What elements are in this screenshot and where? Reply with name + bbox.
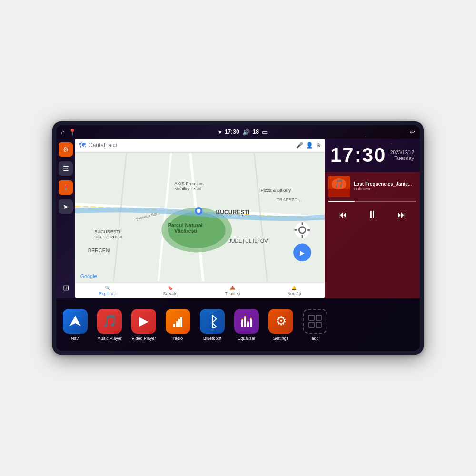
play-pause-icon: ⏸ (367, 208, 377, 220)
status-left: ⌂ 📍 (61, 129, 76, 136)
status-time: 17:30 (225, 129, 239, 135)
radio-icon (166, 309, 190, 334)
svg-text:🎵: 🎵 (334, 179, 344, 188)
app-navi[interactable]: Navi (61, 309, 89, 341)
share-icon: 📤 (230, 286, 235, 290)
music-player-icon: 🎵 (97, 309, 122, 334)
sidebar-grid-button[interactable]: ⊞ (59, 280, 73, 295)
volume-icon: 🔊 (242, 129, 250, 136)
svg-rect-46 (250, 319, 252, 327)
svg-rect-40 (180, 317, 182, 327)
battery-icon: ▭ (262, 129, 268, 136)
map-nav-saved[interactable]: 🔖 Salvate (163, 286, 178, 296)
radio-waves-svg (171, 314, 185, 328)
prev-icon: ⏮ (338, 210, 347, 219)
music-next-button[interactable]: ⏭ (394, 208, 410, 222)
music-progress-bar[interactable] (328, 201, 416, 202)
map-nav-news[interactable]: 🔔 Noutăți (288, 286, 301, 296)
sidebar-files-button[interactable]: ☰ (59, 161, 73, 176)
navi-label: Navi (71, 336, 79, 341)
clock-date: 2023/12/12 Tuesday (390, 150, 414, 161)
bluetooth-label: Bluetooth (203, 336, 221, 341)
app-settings[interactable]: ⚙ Settings (267, 309, 295, 341)
svg-text:►: ► (298, 248, 306, 257)
app-bluetooth[interactable]: Bluetooth (198, 309, 227, 341)
equalizer-label: Equalizer (238, 336, 256, 341)
app-video-player[interactable]: ▶ Video Player (129, 309, 158, 341)
device-screen: ⌂ 📍 ▾ 17:30 🔊 18 ▭ ↩ ⚙ ☰ (56, 125, 420, 351)
right-panel: 17:30 2023/12/12 Tuesday (325, 139, 420, 298)
svg-rect-50 (250, 318, 252, 319)
voice-search-icon[interactable]: 🎤 (296, 142, 303, 149)
map-nav-explore[interactable]: 🔍 Explorați (99, 286, 116, 296)
music-album-art: 🎵 (328, 176, 350, 197)
app-grid: Navi 🎵 Music Player ▶ Video Player (61, 309, 415, 341)
music-player-label: Music Player (97, 336, 122, 341)
account-icon[interactable]: 👤 (306, 142, 313, 149)
svg-text:SECTORUL 4: SECTORUL 4 (94, 234, 122, 239)
clock-date-year: 2023/12/12 (390, 150, 414, 155)
music-progress-fill (328, 201, 355, 202)
app-add[interactable]: add (301, 309, 329, 341)
app-radio[interactable]: radio (164, 309, 192, 341)
svg-rect-47 (241, 319, 243, 320)
sidebar-settings-button[interactable]: ⚙ (59, 142, 73, 157)
add-grid-svg (308, 314, 322, 328)
svg-rect-52 (316, 315, 321, 320)
map-pin-icon: 📍 (62, 184, 70, 191)
music-artist: Unknown (354, 187, 416, 191)
svg-rect-44 (244, 317, 246, 327)
video-player-icon: ▶ (131, 309, 156, 334)
sidebar-maps-button[interactable]: 📍 (59, 180, 73, 195)
svg-text:TRAPEZO...: TRAPEZO... (277, 197, 301, 202)
app-equalizer[interactable]: Equalizer (232, 309, 261, 341)
svg-rect-49 (247, 321, 249, 322)
explore-icon: 🔍 (105, 286, 110, 290)
play-circle-icon: ▶ (139, 314, 149, 328)
home-status-icon[interactable]: ⌂ (61, 129, 65, 136)
news-icon: 🔔 (291, 286, 297, 290)
google-maps-icon: 🗺 (79, 141, 86, 149)
music-play-pause-button[interactable]: ⏸ (363, 207, 381, 223)
svg-text:JUDEȚUL ILFOV: JUDEȚUL ILFOV (228, 238, 268, 244)
svg-text:Mobility - Sud: Mobility - Sud (174, 186, 201, 191)
add-icon (303, 309, 327, 334)
content-panels: 🗺 🎤 👤 ⊕ (75, 139, 420, 298)
music-meta: Lost Frequencies_Janie... Unknown (354, 181, 416, 191)
map-canvas[interactable]: AXIS Premium Mobility - Sud Pizza & Bake… (75, 152, 325, 283)
main-content: ⚙ ☰ 📍 ➤ ⊞ 🗺 (56, 139, 420, 298)
layers-icon[interactable]: ⊕ (316, 142, 321, 149)
music-prev-button[interactable]: ⏮ (335, 208, 351, 222)
svg-text:Parcul Natural: Parcul Natural (168, 222, 203, 228)
equalizer-bars-svg (239, 314, 254, 328)
status-center: ▾ 17:30 🔊 18 ▭ (218, 129, 268, 136)
map-search-input[interactable] (89, 142, 293, 149)
add-label: add (311, 336, 318, 341)
nav-arrow-icon: ➤ (63, 203, 69, 210)
app-music-player[interactable]: 🎵 Music Player (95, 309, 124, 341)
svg-rect-54 (316, 322, 321, 327)
maps-status-icon[interactable]: 📍 (69, 129, 76, 136)
svg-rect-51 (309, 315, 314, 320)
saved-icon: 🔖 (168, 286, 173, 290)
music-info: 🎵 Lost Frequencies_Janie... Unknown (328, 176, 416, 197)
map-bottom-bar: 🔍 Explorați 🔖 Salvate 📤 Trimiteți � (75, 283, 325, 298)
sidebar-nav-button[interactable]: ➤ (59, 199, 73, 214)
svg-rect-45 (247, 322, 249, 327)
map-search-actions: 🎤 👤 ⊕ (296, 142, 321, 149)
settings-label: Settings (273, 336, 289, 341)
map-svg: AXIS Premium Mobility - Sud Pizza & Bake… (75, 152, 325, 283)
map-nav-share[interactable]: 📤 Trimiteți (225, 286, 240, 296)
back-icon[interactable]: ↩ (410, 129, 415, 136)
album-art-svg: 🎵 (328, 176, 350, 197)
app-grid-section: Navi 🎵 Music Player ▶ Video Player (56, 298, 420, 351)
settings-icon: ⚙ (63, 146, 69, 153)
svg-point-21 (197, 209, 200, 213)
bluetooth-svg (207, 314, 218, 328)
svg-rect-43 (241, 320, 243, 327)
map-search-bar: 🗺 🎤 👤 ⊕ (75, 139, 325, 152)
status-bar: ⌂ 📍 ▾ 17:30 🔊 18 ▭ ↩ (56, 125, 420, 139)
radio-label: radio (173, 336, 183, 341)
files-icon: ☰ (63, 165, 69, 172)
clock-section: 17:30 2023/12/12 Tuesday (325, 139, 420, 172)
